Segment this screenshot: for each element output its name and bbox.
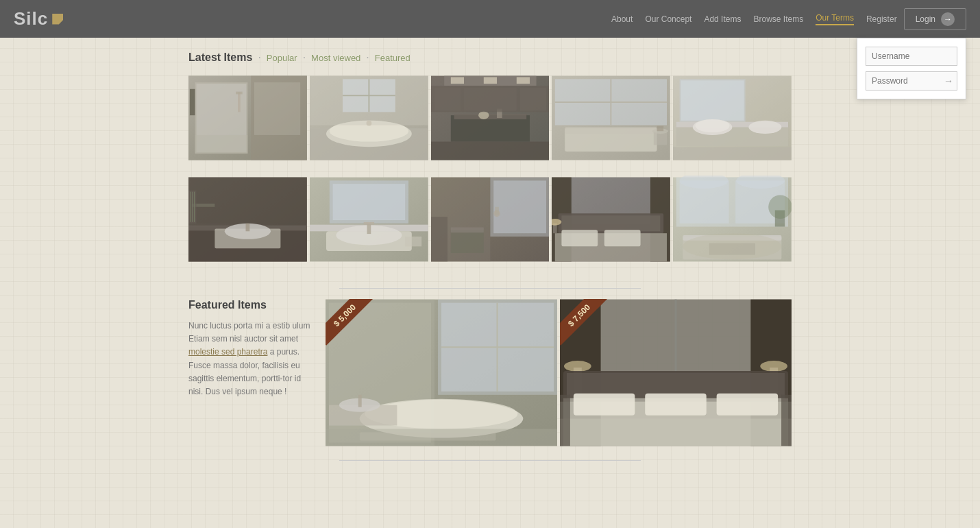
gallery-grid-row2 (188, 176, 792, 274)
login-button[interactable]: Login → (904, 8, 966, 30)
gallery-item-9[interactable] (552, 176, 670, 274)
login-arrow-icon: → (941, 12, 955, 26)
featured-item-1[interactable]: $ 5,000 (326, 299, 557, 446)
username-input[interactable] (866, 47, 957, 66)
svg-rect-135 (645, 394, 706, 416)
dot-3: · (366, 51, 369, 64)
svg-rect-78 (450, 230, 483, 253)
svg-rect-60 (188, 178, 307, 224)
price-label-1: $ 5,000 (326, 299, 375, 346)
svg-point-129 (760, 361, 787, 372)
nav-our-terms[interactable]: Our Terms (816, 13, 854, 25)
svg-rect-6 (236, 92, 243, 95)
svg-rect-117 (358, 395, 362, 407)
svg-rect-28 (431, 142, 550, 160)
svg-rect-45 (681, 80, 744, 121)
svg-rect-136 (717, 394, 778, 416)
svg-rect-91 (604, 230, 641, 246)
section-divider (339, 288, 641, 289)
latest-section: Latest Items · Popular · Most viewed · F… (188, 51, 792, 274)
nav-browse-items[interactable]: Browse Items (753, 14, 803, 24)
price-badge-1: $ 5,000 (326, 299, 380, 354)
svg-point-50 (749, 121, 782, 134)
svg-point-18 (366, 121, 371, 126)
latest-title: Latest Items (188, 51, 252, 64)
svg-rect-9 (254, 82, 300, 135)
featured-highlight-link[interactable]: molestie sed pharetra (188, 347, 267, 357)
svg-rect-134 (574, 394, 635, 416)
svg-rect-23 (516, 77, 529, 84)
featured-images: $ 5,000 (326, 299, 792, 446)
featured-description: Nunc luctus porta mi a estib ulum Etiam … (188, 320, 312, 398)
main-content: Latest Items · Popular · Most viewed · F… (0, 38, 980, 488)
svg-rect-31 (464, 88, 517, 111)
svg-point-105 (683, 233, 782, 259)
svg-rect-82 (495, 207, 499, 215)
featured-section: Featured Items Nunc luctus porta mi a es… (188, 299, 792, 446)
svg-rect-79 (450, 228, 483, 233)
svg-point-101 (768, 195, 792, 219)
svg-rect-71 (367, 224, 371, 234)
svg-rect-41 (657, 126, 664, 132)
main-nav: About Our Concept Add Items Browse Items… (611, 13, 897, 25)
svg-rect-21 (450, 77, 463, 84)
svg-rect-67 (332, 184, 405, 220)
logo-text: Silc (14, 8, 48, 29)
svg-rect-80 (431, 217, 448, 261)
nav-our-concept[interactable]: Our Concept (645, 14, 691, 24)
dot-1: · (258, 51, 260, 64)
price-badge-2: $ 7,500 (560, 299, 615, 354)
password-submit-icon[interactable]: → (944, 75, 953, 86)
svg-rect-77 (493, 180, 546, 233)
featured-text-block: Featured Items Nunc luctus porta mi a es… (188, 299, 312, 398)
gallery-item-8[interactable] (431, 176, 550, 274)
svg-rect-7 (195, 135, 248, 154)
gallery-item-5[interactable] (673, 74, 792, 173)
gallery-item-7[interactable] (310, 176, 428, 274)
svg-rect-51 (673, 147, 792, 160)
svg-rect-137 (560, 419, 792, 446)
bottom-divider (339, 460, 641, 461)
logo: Silc (14, 8, 63, 29)
gallery-item-3[interactable] (431, 74, 550, 173)
gallery-item-1[interactable] (188, 74, 307, 173)
featured-title: Featured Items (188, 299, 312, 311)
svg-rect-88 (562, 215, 661, 231)
header: Silc About Our Concept Add Items Browse … (0, 0, 980, 38)
nav-add-items[interactable]: Add Items (704, 14, 741, 24)
svg-rect-119 (360, 432, 496, 440)
svg-rect-73 (405, 237, 421, 246)
nav-about[interactable]: About (611, 14, 633, 24)
gallery-item-6[interactable] (188, 176, 307, 274)
gallery-item-2[interactable] (310, 74, 428, 173)
svg-rect-59 (246, 224, 250, 232)
svg-rect-90 (562, 230, 598, 246)
gallery-item-10[interactable] (673, 176, 792, 274)
filter-featured[interactable]: Featured (375, 53, 411, 63)
featured-item-2[interactable]: $ 7,500 (560, 299, 792, 446)
svg-rect-4 (190, 89, 195, 115)
svg-point-127 (564, 361, 591, 372)
gallery-grid (188, 74, 792, 173)
featured-desc-start: Nunc luctus porta mi a estib ulum Etiam … (188, 321, 310, 344)
latest-header: Latest Items · Popular · Most viewed · F… (188, 51, 792, 64)
svg-rect-30 (434, 88, 460, 111)
svg-point-26 (478, 111, 489, 119)
logo-icon (52, 14, 63, 25)
svg-rect-25 (454, 114, 526, 119)
svg-point-49 (696, 119, 730, 132)
svg-rect-139 (781, 395, 792, 446)
password-wrap: → (866, 71, 957, 91)
filter-most-viewed[interactable]: Most viewed (311, 53, 360, 63)
svg-rect-22 (483, 77, 496, 84)
gallery-item-4[interactable] (552, 74, 670, 173)
login-label: Login (916, 14, 935, 24)
svg-rect-72 (364, 222, 374, 225)
filter-popular[interactable]: Popular (267, 53, 297, 63)
dot-2: · (303, 51, 306, 64)
svg-rect-5 (238, 93, 241, 112)
svg-rect-32 (519, 88, 546, 111)
svg-rect-38 (565, 127, 657, 134)
price-label-2: $ 7,500 (560, 299, 609, 346)
nav-register[interactable]: Register (866, 14, 897, 24)
